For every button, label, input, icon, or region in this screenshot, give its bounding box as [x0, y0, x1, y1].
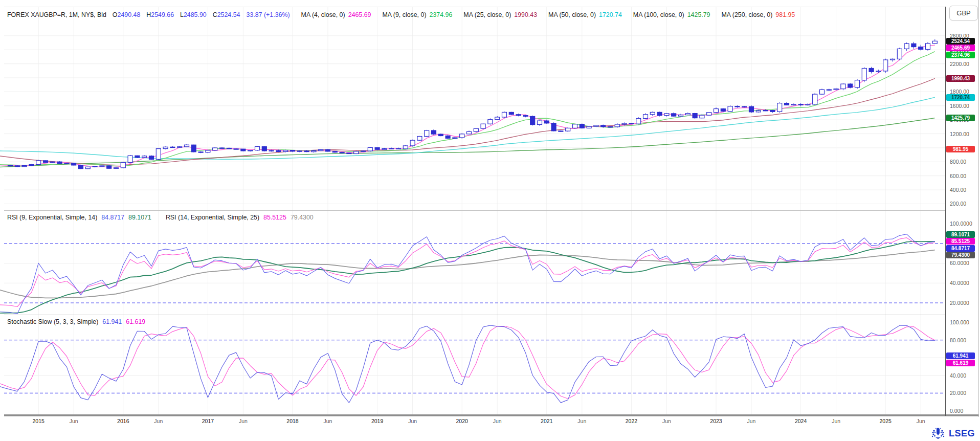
price-axis-label: 800.00	[950, 159, 966, 165]
x-axis-label: 2022	[620, 418, 642, 424]
legend-item: MA (50, close, 0)1720.74	[548, 11, 622, 18]
stoch-legend-item: 61.619	[126, 318, 145, 325]
x-axis-bar	[4, 414, 978, 416]
x-axis-label: 2025	[874, 418, 897, 424]
rsi-legend-item: 84.8717	[101, 214, 124, 221]
legend-item: MA (9, close, 0)2374.96	[382, 11, 452, 18]
x-axis-label: 2017	[196, 418, 219, 424]
stochastic-legend: Stochastic Slow (5, 3, 3, Simple)61.9416…	[7, 318, 145, 325]
x-axis-label: 2018	[281, 418, 304, 424]
instrument-legend: FOREX XAUGBP=R, 1M, NY$, BidO2490.48H254…	[7, 11, 795, 18]
rsi-legend-item: RSI (9, Exponential, Simple, 14)	[7, 214, 97, 221]
rsi-legend-item: 79.4300	[291, 214, 314, 221]
price-axis-label: 200.00	[950, 201, 966, 207]
rsi-axis-label: 40.0000	[950, 280, 969, 286]
x-axis-label: 2024	[790, 418, 812, 424]
rsi-badge: 89.1071	[946, 231, 975, 238]
x-axis-label: Jun	[486, 418, 508, 424]
price-badge: 1425.79	[946, 115, 975, 121]
right-border	[978, 0, 979, 417]
x-axis-label: Jun	[317, 418, 339, 424]
price-axis-label: 2200.00	[950, 61, 969, 67]
legend-item: O2490.48	[113, 11, 140, 18]
x-axis-label: Jun	[825, 418, 848, 424]
legend-item: MA (100, close, 0)1425.79	[633, 11, 710, 18]
rsi-badge: 85.5125	[946, 238, 975, 245]
price-axis-label: 400.00	[950, 187, 966, 193]
legend-item: MA (4, close, 0)2465.69	[301, 11, 371, 18]
x-axis-label: 2019	[366, 418, 389, 424]
currency-label: GBP	[956, 9, 970, 17]
rsi-legend-item: 89.1071	[128, 214, 151, 221]
price-axis-label: 600.00	[950, 173, 966, 179]
lseg-crest-icon	[930, 427, 946, 439]
stoch-axis-label: 80.000	[950, 337, 966, 343]
price-badge: 2524.54	[946, 38, 975, 45]
stoch-badge: 61.619	[946, 360, 975, 366]
legend-item: FOREX XAUGBP=R, 1M, NY$, Bid	[7, 11, 106, 18]
legend-item: 33.87 (+1.36%)	[246, 11, 289, 18]
currency-button[interactable]: GBP	[949, 6, 978, 20]
x-axis-label: 2023	[705, 418, 727, 424]
price-badge: 2374.96	[946, 52, 975, 58]
lseg-logo: LSEG	[930, 427, 975, 439]
stoch-axis-label: 40.000	[950, 372, 966, 379]
x-axis-label: Jun	[402, 418, 424, 424]
legend-item: H2549.66	[146, 11, 174, 18]
legend-item: L2485.90	[180, 11, 207, 18]
price-badge: 1990.43	[946, 75, 975, 82]
price-axis-label: 1600.00	[950, 103, 969, 109]
x-axis-label: Jun	[740, 418, 763, 424]
rsi-legend-item: 85.5125	[263, 214, 286, 221]
rsi-axis-label: 60.0000	[950, 260, 969, 266]
stoch-badge: 61.941	[946, 352, 975, 359]
rsi-axis-label: 20.0000	[950, 300, 969, 306]
stoch-axis-label: 20.000	[950, 390, 966, 396]
x-axis-label: Jun	[232, 418, 254, 424]
stoch-legend-item: Stochastic Slow (5, 3, 3, Simple)	[7, 318, 98, 325]
x-axis-label: Jun	[655, 418, 678, 424]
chart-window: FOREX XAUGBP=R, 1M, NY$, BidO2490.48H254…	[0, 0, 980, 441]
rsi-legend-item: RSI (14, Exponential, Simple, 25)	[166, 214, 259, 221]
legend-item: C2524.54	[213, 11, 240, 18]
x-axis-label: 2015	[27, 418, 50, 424]
price-badge: 1720.74	[946, 94, 975, 101]
x-axis-bar-shadow	[4, 416, 978, 417]
stoch-axis-label: 0.000	[950, 408, 963, 414]
price-rsi-separator	[4, 210, 945, 211]
lseg-wordmark: LSEG	[949, 428, 975, 439]
x-axis-label: 2016	[112, 418, 135, 424]
legend-item: MA (25, close, 0)1990.43	[463, 11, 537, 18]
price-badge: 981.95	[946, 146, 975, 152]
legend-item: MA (250, close, 0)981.95	[722, 11, 795, 18]
x-axis-label: Jun	[147, 418, 170, 424]
rsi-badge: 84.8717	[946, 245, 975, 252]
rsi-legend: RSI (9, Exponential, Simple, 14)84.87178…	[7, 214, 314, 221]
rsi-axis-label: 100.0000	[950, 220, 972, 227]
x-axis-label: 2020	[451, 418, 473, 424]
rsi-stoch-separator	[4, 315, 945, 315]
stoch-legend-item: 61.941	[102, 318, 122, 325]
price-badge: 2465.69	[946, 45, 975, 51]
stoch-axis-label: 100.000	[950, 319, 969, 325]
price-axis-label: 1200.00	[950, 131, 969, 137]
x-axis-label: Jun	[909, 418, 932, 424]
x-axis-label: Jun	[62, 418, 85, 424]
x-axis-label: Jun	[571, 418, 593, 424]
x-axis-label: 2021	[536, 418, 558, 424]
rsi-badge: 79.4300	[946, 252, 975, 258]
